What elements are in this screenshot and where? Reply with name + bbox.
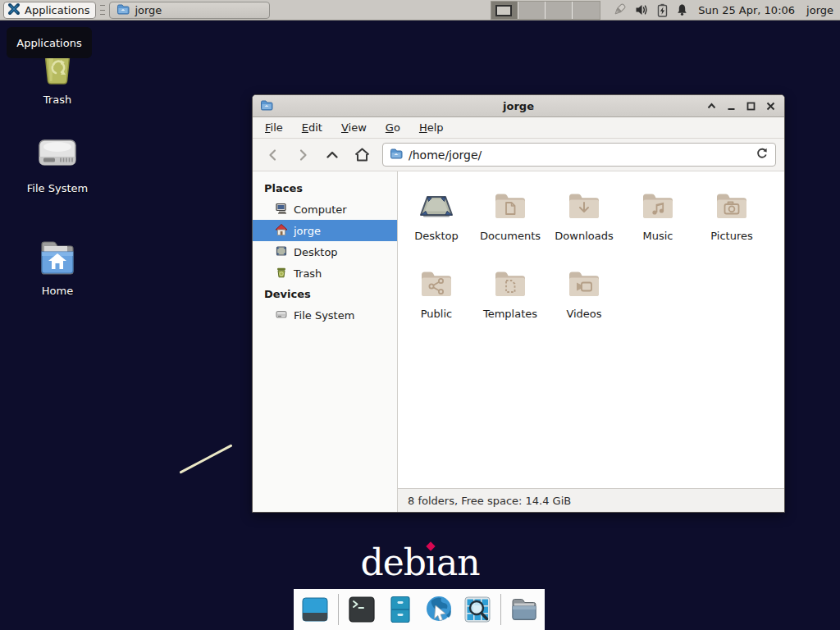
web-browser-icon[interactable] [423,594,454,625]
battery-tray-icon[interactable] [657,3,668,17]
window-titlebar[interactable]: jorge [253,95,784,117]
workspace-switcher [491,1,600,20]
status-text: 8 folders, Free space: 14.4 GiB [408,495,571,507]
top-panel: Applications jorge [0,0,840,21]
dock-folder-icon[interactable] [509,594,540,625]
app-finder-icon[interactable] [462,594,493,625]
workspace-3[interactable] [546,2,573,19]
taskbar-window-button[interactable]: jorge [109,2,270,19]
terminal-icon[interactable] [346,594,377,625]
file-item-label: Music [643,230,673,242]
notification-bell-icon[interactable] [676,3,688,16]
file-item-label: Templates [483,308,537,320]
file-item-music[interactable]: Music [621,182,695,260]
dock-separator [500,594,501,625]
file-item-label: Pictures [710,230,752,242]
menu-go[interactable]: Go [386,121,400,134]
workspace-1[interactable] [491,2,518,19]
panel-username[interactable]: jorge [806,4,833,16]
sidebar-item-file-system[interactable]: File System [253,304,397,326]
close-window-icon[interactable] [765,100,777,112]
sidebar-item-jorge[interactable]: jorge [253,220,397,241]
menu-file[interactable]: File [265,121,283,134]
sidebar-item-label: Desktop [294,246,338,258]
menu-help[interactable]: Help [419,121,444,134]
file-item-documents[interactable]: Documents [473,182,547,260]
panel-handle[interactable] [100,3,105,16]
computer-icon [275,202,288,217]
stylus-tray-icon[interactable] [612,2,627,17]
sidebar-places-header: Places [253,178,397,199]
file-item-label: Documents [480,230,541,242]
forward-icon[interactable] [290,144,315,167]
path-folder-icon [390,147,403,162]
sidebar-item-label: Trash [294,267,322,280]
back-icon[interactable] [261,144,285,167]
taskbar-window-label: jorge [135,4,162,16]
workspace-2[interactable] [518,2,546,19]
file-item-templates[interactable]: Templates [473,260,547,338]
show-desktop-icon[interactable] [299,594,331,625]
minimize-window-icon[interactable] [725,100,737,112]
debian-logo-text: deb [360,541,425,583]
file-manager-window: jorge File Edit View Go Help [252,94,785,513]
workspace-window-preview [495,5,512,16]
file-item-desktop[interactable]: Desktop [399,182,473,260]
file-item-label: Desktop [414,230,459,242]
desktop-icon-home[interactable]: Home [18,238,97,297]
file-item-videos[interactable]: Videos [547,260,621,338]
desktop-icon-file-system[interactable]: File System [18,134,97,194]
volume-tray-icon[interactable] [635,3,649,16]
sidebar-item-desktop[interactable]: Desktop [253,241,397,262]
home-icon[interactable] [349,144,374,167]
menu-edit[interactable]: Edit [302,121,322,134]
workspace-4[interactable] [573,2,600,19]
sidebar: Places Computer [253,171,398,512]
videos-folder-icon [564,263,604,303]
sidebar-item-label: File System [294,309,354,322]
documents-folder-icon [491,185,530,225]
debian-logo-i: ı [426,541,436,583]
up-icon[interactable] [320,144,345,167]
house-icon [275,223,288,239]
desktop-special-icon [417,185,456,225]
debian-logo-text-end: an [436,541,480,583]
trash-small-icon [275,266,288,281]
desktop-icon-file-system-label: File System [27,182,88,194]
clock[interactable]: Sun 25 Apr, 10:06 [698,4,795,16]
sidebar-item-label: jorge [294,225,321,237]
applications-tooltip: Applications [7,27,92,58]
menu-view[interactable]: View [341,121,367,134]
file-cabinet-icon[interactable] [385,594,416,625]
applications-menu-icon [7,2,21,18]
pictures-folder-icon [712,185,751,225]
desktop-icon [275,244,288,260]
status-bar: 8 folders, Free space: 14.4 GiB [398,488,784,512]
file-item-pictures[interactable]: Pictures [695,182,769,260]
desktop-icon-home-label: Home [42,285,73,297]
debian-logo: debıan [0,541,840,583]
path-input[interactable]: /home/jorge/ [409,148,750,162]
bottom-dock [294,589,545,630]
desktop-artifact-line [180,444,233,473]
file-item-label: Downloads [555,230,613,242]
home-folder-icon [36,238,79,281]
dock-separator [338,594,339,625]
files-area[interactable]: Desktop Documents Downloads Music Pictur [398,171,784,488]
reload-icon[interactable] [756,147,769,162]
sidebar-item-trash[interactable]: Trash [253,262,397,284]
file-item-downloads[interactable]: Downloads [547,182,621,260]
sidebar-item-computer[interactable]: Computer [253,199,397,220]
menubar: File Edit View Go Help [253,117,784,139]
applications-menu-button[interactable]: Applications [3,2,96,19]
music-folder-icon [638,185,678,225]
file-item-public[interactable]: Public [399,260,473,338]
shade-window-icon[interactable] [705,100,718,112]
hard-drive-icon [35,134,80,179]
path-bar[interactable]: /home/jorge/ [382,143,776,167]
toolbar: /home/jorge/ [253,139,784,171]
applications-tooltip-text: Applications [16,37,81,49]
public-folder-icon [417,263,456,303]
file-item-label: Public [421,308,452,320]
maximize-window-icon[interactable] [745,100,757,112]
